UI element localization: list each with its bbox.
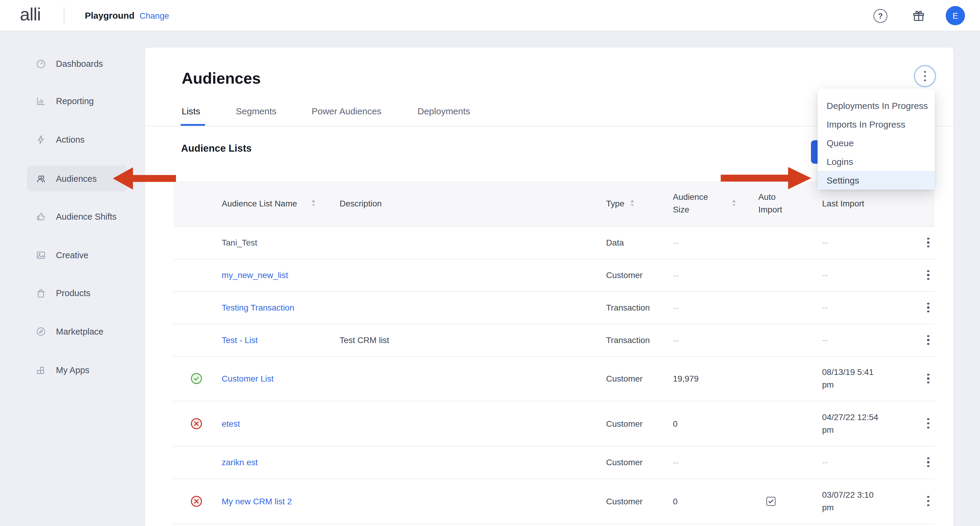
sidebar-item-label: Audiences — [56, 174, 97, 183]
panel-kebab-menu-button[interactable] — [914, 65, 936, 87]
size-cell: -- — [673, 270, 679, 280]
table-row: Test - List Test CRM list Transaction --… — [173, 324, 935, 357]
size-cell: 0 — [673, 496, 678, 506]
size-cell: 19,979 — [673, 374, 699, 383]
audience-list-name-link[interactable]: My new CRM list 2 — [222, 496, 292, 506]
last-import-cell: -- — [822, 334, 887, 346]
column-header-auto-import: Auto Import — [758, 191, 790, 216]
sidebar-item-dashboards[interactable]: Dashboards — [27, 51, 127, 77]
type-cell: Data — [606, 238, 624, 247]
menu-item-settings[interactable]: Settings — [818, 171, 935, 190]
table-row: Tani_Test Data -- -- — [173, 226, 935, 259]
audience-list-name-link[interactable]: Testing Transaction — [222, 303, 294, 312]
user-avatar[interactable]: E — [946, 6, 965, 25]
audience-list-name-link[interactable]: zarikn est — [222, 457, 258, 467]
sort-control-name[interactable] — [311, 200, 315, 206]
row-kebab-menu-icon[interactable] — [923, 494, 933, 508]
row-kebab-menu-icon[interactable] — [923, 455, 933, 469]
people-icon — [35, 173, 46, 184]
audience-list-name-link[interactable]: Test - List — [222, 335, 258, 345]
status-success-icon — [191, 373, 202, 384]
sidebar-item-products[interactable]: Products — [27, 280, 127, 306]
change-workspace-link[interactable]: Change — [140, 11, 169, 21]
column-header-last-import: Last Import — [822, 198, 864, 210]
table-row: Testing Transaction Transaction -- -- — [173, 292, 935, 324]
type-cell: Transaction — [606, 335, 650, 345]
menu-item-queue[interactable]: Queue — [818, 134, 935, 152]
size-cell: -- — [673, 303, 679, 312]
topbar-divider — [64, 6, 64, 25]
checkbox-checked[interactable] — [767, 497, 775, 505]
status-error-icon — [191, 418, 202, 429]
status-error-icon — [191, 495, 202, 507]
sidebar-item-label: Dashboards — [56, 59, 103, 69]
app-window: alli Playground Change ? E Dashboards — [0, 0, 980, 526]
sidebar-item-label: Marketplace — [56, 327, 103, 336]
audience-list-name: Tani_Test — [222, 238, 257, 247]
tab-power-audiences[interactable]: Power Audiences — [312, 106, 382, 116]
sidebar-item-label: Reporting — [56, 96, 94, 106]
column-header-type: Type — [606, 198, 624, 210]
sort-control-type[interactable] — [630, 200, 634, 206]
menu-item-deployments-in-progress[interactable]: Deployments In Progress — [818, 96, 935, 115]
type-cell: Customer — [606, 496, 643, 506]
shopping-bag-icon — [35, 288, 46, 298]
thumb-up-icon — [35, 211, 46, 222]
menu-item-imports-in-progress[interactable]: Imports In Progress — [818, 115, 935, 134]
audience-list-name-link[interactable]: etest — [222, 419, 240, 428]
sidebar-item-marketplace[interactable]: Marketplace — [27, 319, 127, 344]
blocks-icon — [35, 364, 46, 375]
top-bar: alli Playground Change ? E — [0, 0, 980, 31]
sidebar-item-label: My Apps — [56, 365, 89, 375]
type-cell: Customer — [606, 270, 643, 280]
gift-icon[interactable] — [912, 8, 926, 23]
size-cell: -- — [673, 238, 679, 247]
column-header-description: Description — [340, 198, 382, 210]
help-icon[interactable]: ? — [873, 9, 887, 23]
row-kebab-menu-icon[interactable] — [923, 416, 933, 430]
last-import-cell: 03/07/22 3:10 pm — [822, 488, 887, 514]
type-cell: Transaction — [606, 303, 650, 312]
size-cell: -- — [673, 335, 679, 345]
tab-deployments[interactable]: Deployments — [417, 106, 470, 116]
row-kebab-menu-icon[interactable] — [923, 371, 933, 386]
sidebar-item-audiences[interactable]: Audiences — [27, 166, 127, 191]
lightning-icon — [35, 134, 46, 145]
sidebar-item-reporting[interactable]: Reporting — [27, 88, 127, 114]
column-header-name: Audience List Name — [222, 198, 297, 210]
sidebar-item-actions[interactable]: Actions — [27, 127, 127, 153]
tab-lists[interactable]: Lists — [182, 106, 200, 116]
last-import-cell: -- — [822, 456, 887, 469]
size-cell: -- — [673, 457, 679, 467]
table-row: My new CRM list 2 Customer 0 03/07/22 3:… — [173, 479, 935, 524]
sidebar-item-creative[interactable]: Creative — [27, 242, 127, 268]
audience-list-name-link[interactable]: Customer List — [222, 374, 274, 383]
table-row: Customer List Customer 19,979 08/13/19 5… — [173, 357, 935, 401]
audience-list-name-link[interactable]: my_new_new_list — [222, 270, 288, 280]
description-cell: Test CRM list — [340, 335, 389, 345]
last-import-cell: 08/13/19 5:41 pm — [822, 366, 887, 391]
sidebar-item-audience-shifts[interactable]: Audience Shifts — [27, 204, 127, 230]
bar-chart-icon — [35, 96, 46, 107]
sort-control-size[interactable] — [732, 200, 735, 206]
last-import-cell: -- — [822, 269, 887, 281]
tab-segments[interactable]: Segments — [236, 106, 277, 116]
workspace-name: Playground — [85, 10, 134, 21]
row-kebab-menu-icon[interactable] — [923, 268, 933, 282]
compass-icon — [35, 326, 46, 337]
table-row: my_new_new_list Customer -- -- — [173, 259, 935, 292]
image-icon — [35, 250, 46, 261]
menu-item-logins[interactable]: Logins — [818, 152, 935, 171]
row-kebab-menu-icon[interactable] — [923, 235, 933, 250]
sidebar-item-label: Products — [56, 288, 90, 298]
size-cell: 0 — [673, 419, 678, 428]
last-import-cell: -- — [822, 301, 887, 314]
sidebar-item-my-apps[interactable]: My Apps — [27, 357, 127, 383]
table-row: etest Customer 0 04/27/22 12:54 pm — [173, 401, 935, 446]
auto-import-checkbox[interactable] — [767, 497, 775, 505]
page-title: Audiences — [182, 69, 261, 88]
panel-dropdown-menu: Deployments In Progress Imports In Progr… — [818, 88, 935, 190]
row-kebab-menu-icon[interactable] — [923, 333, 933, 347]
column-header-size: Audience Size — [673, 191, 711, 216]
row-kebab-menu-icon[interactable] — [923, 300, 933, 315]
